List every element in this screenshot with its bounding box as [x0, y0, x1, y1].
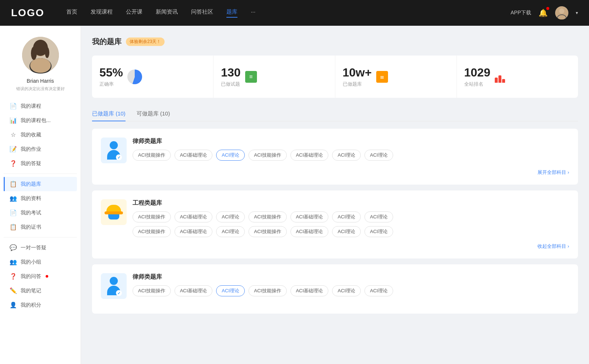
question-dot	[46, 275, 48, 278]
tag-eng-r2-6[interactable]: ACI理论	[364, 226, 393, 237]
sidebar-item-favorites[interactable]: ☆ 我的收藏	[4, 128, 77, 142]
group-icon: 👥	[10, 258, 17, 265]
tag-lawyer2-4[interactable]: ACI基础理论	[290, 285, 329, 296]
notification-badge	[546, 7, 549, 10]
user-avatar[interactable]	[555, 6, 568, 19]
tag-eng-r2-0[interactable]: ACI技能操作	[133, 226, 171, 237]
question2-icon: ❓	[10, 273, 17, 280]
tag-eng-r2-1[interactable]: ACI基础理论	[174, 226, 213, 237]
sidebar-menu: 📄 我的课程 📊 我的课程包... ☆ 我的收藏 📝 我的作业 ❓ 我的答疑 �	[0, 99, 81, 312]
tags-row-engineer-1: ACI技能操作 ACI基础理论 ACI理论 ACI技能操作 ACI基础理论 AC…	[133, 211, 569, 222]
stats-row: 55% 正确率 130 已做试题 ≡ 10w+ 已做题库 ≣	[92, 56, 578, 98]
sidebar-item-label: 我的笔记	[21, 288, 41, 294]
tag-eng-r2-5[interactable]: ACI理论	[332, 226, 361, 237]
svg-point-7	[30, 58, 51, 73]
nav-home[interactable]: 首页	[66, 8, 77, 18]
lawyer-icon: ✓	[107, 141, 120, 160]
tag-lawyer2-6[interactable]: ACI理论	[364, 285, 393, 296]
sidebar-item-my-course[interactable]: 📄 我的课程	[4, 99, 77, 113]
sidebar-item-homework[interactable]: 📝 我的作业	[4, 142, 77, 156]
tag-lawyer1-5[interactable]: ACI理论	[332, 150, 361, 161]
cert-icon: 📋	[10, 224, 17, 231]
sidebar-item-label: 我的课程包...	[21, 117, 51, 124]
sidebar-item-my-exam[interactable]: 📄 我的考试	[4, 206, 77, 220]
nav-qa[interactable]: 问答社区	[191, 8, 213, 18]
stat-ranking: 1029 全站排名	[457, 56, 578, 98]
qbank-header-engineer: 工程类题库 ACI技能操作 ACI基础理论 ACI理论 ACI技能操作 ACI基…	[101, 199, 569, 237]
notes-icon: ✏️	[10, 287, 17, 294]
qbank-section-engineer: 工程类题库 ACI技能操作 ACI基础理论 ACI理论 ACI技能操作 ACI基…	[92, 190, 578, 258]
tag-eng-r2-2[interactable]: ACI理论	[216, 226, 245, 237]
tag-lawyer2-2[interactable]: ACI理论	[216, 285, 245, 296]
tag-eng-r2-3[interactable]: ACI技能操作	[248, 226, 287, 237]
tag-lawyer1-3[interactable]: ACI技能操作	[248, 150, 287, 161]
tag-lawyer2-3[interactable]: ACI技能操作	[248, 285, 287, 296]
logo: LOGO	[11, 7, 44, 19]
ranking-chart-icon	[495, 71, 507, 83]
sidebar-item-my-group[interactable]: 👥 我的小组	[4, 255, 77, 269]
tag-lawyer2-0[interactable]: ACI技能操作	[133, 285, 171, 296]
sidebar-item-my-qa[interactable]: ❓ 我的答疑	[4, 156, 77, 171]
tab-done[interactable]: 已做题库 (10)	[92, 107, 126, 121]
sidebar-item-course-package[interactable]: 📊 我的课程包...	[4, 113, 77, 128]
sidebar-divider-1	[4, 174, 77, 174]
notification-bell[interactable]: 🔔	[539, 8, 548, 17]
tag-lawyer1-0[interactable]: ACI技能操作	[133, 150, 171, 161]
sidebar-item-label: 我的收藏	[21, 132, 41, 138]
tag-eng-r1-4[interactable]: ACI基础理论	[290, 211, 329, 222]
sidebar-item-one-on-one[interactable]: 💬 一对一答疑	[4, 240, 77, 255]
nav-discover[interactable]: 发现课程	[91, 8, 113, 18]
tag-lawyer2-5[interactable]: ACI理论	[332, 285, 361, 296]
nav-more[interactable]: ···	[251, 8, 255, 18]
tag-lawyer1-6[interactable]: ACI理论	[364, 150, 393, 161]
tag-eng-r1-1[interactable]: ACI基础理论	[174, 211, 213, 222]
tag-eng-r1-3[interactable]: ACI技能操作	[248, 211, 287, 222]
qbank-section-lawyer-2: ✓ 律师类题库 ACI技能操作 ACI基础理论 ACI理论 ACI技能操作 AC…	[92, 264, 578, 314]
sidebar-item-my-data[interactable]: 👥 我的资料	[4, 191, 77, 206]
collapse-engineer[interactable]: 收起全部科目 ›	[101, 243, 569, 250]
tag-lawyer1-2[interactable]: ACI理论	[216, 150, 245, 161]
nav-question-bank[interactable]: 题库	[226, 8, 237, 18]
stat-done-questions: 130 已做试题 ≡	[214, 56, 335, 98]
qbank-name-lawyer-1: 律师类题库	[133, 138, 569, 145]
banks-icon: ≣	[376, 71, 388, 83]
sidebar-item-my-points[interactable]: 👤 我的积分	[4, 298, 77, 312]
document-icon: 📄	[10, 103, 17, 110]
qbank-header-lawyer-1: ✓ 律师类题库 ACI技能操作 ACI基础理论 ACI理论 ACI技能操作 AC…	[101, 138, 569, 163]
tag-lawyer1-4[interactable]: ACI基础理论	[290, 150, 329, 161]
sidebar-item-my-notes[interactable]: ✏️ 我的笔记	[4, 283, 77, 298]
qbank-icon-lawyer-1: ✓	[101, 138, 127, 163]
qbank-section-lawyer-1: ✓ 律师类题库 ACI技能操作 ACI基础理论 ACI理论 ACI技能操作 AC…	[92, 129, 578, 185]
app-download-link[interactable]: APP下载	[511, 10, 531, 16]
nav-open-course[interactable]: 公开课	[126, 8, 142, 18]
stat-accuracy-label: 正确率	[99, 81, 123, 88]
sidebar-divider-2	[4, 237, 77, 238]
exam-icon: 📄	[10, 209, 17, 216]
questions-icon: ≡	[245, 71, 257, 83]
tag-lawyer2-1[interactable]: ACI基础理论	[174, 285, 213, 296]
avatar	[22, 37, 59, 74]
avatar-image	[22, 37, 59, 74]
tag-eng-r1-6[interactable]: ACI理论	[364, 211, 393, 222]
tags-row-lawyer-1: ACI技能操作 ACI基础理论 ACI理论 ACI技能操作 ACI基础理论 AC…	[133, 150, 569, 161]
sidebar-item-label: 我的证书	[21, 224, 41, 231]
sidebar-item-certificate[interactable]: 📋 我的证书	[4, 220, 77, 234]
tag-eng-r1-5[interactable]: ACI理论	[332, 211, 361, 222]
homework-icon: 📝	[10, 146, 17, 153]
sidebar-item-question-bank[interactable]: 📋 我的题库	[4, 177, 77, 191]
expand-lawyer-1[interactable]: 展开全部科目 ›	[101, 169, 569, 176]
tag-eng-r2-4[interactable]: ACI基础理论	[290, 226, 329, 237]
accuracy-pie-chart	[127, 69, 142, 84]
chart-icon: 📊	[10, 117, 17, 124]
sidebar-item-my-questions[interactable]: ❓ 我的问答	[4, 269, 77, 283]
tab-available[interactable]: 可做题库 (10)	[137, 107, 170, 121]
nav-news[interactable]: 新闻资讯	[156, 8, 178, 18]
sidebar-item-label: 我的问答	[21, 273, 41, 280]
sidebar-motto: 错误的决定比没有决定要好	[10, 86, 71, 92]
tag-lawyer1-1[interactable]: ACI基础理论	[174, 150, 213, 161]
user-menu-chevron[interactable]: ▾	[576, 10, 578, 15]
tag-eng-r1-0[interactable]: ACI技能操作	[133, 211, 171, 222]
tag-eng-r1-2[interactable]: ACI理论	[216, 211, 245, 222]
main-wrapper: Brian Harris 错误的决定比没有决定要好 📄 我的课程 📊 我的课程包…	[0, 26, 589, 364]
qbank-icon-engineer	[101, 199, 127, 225]
